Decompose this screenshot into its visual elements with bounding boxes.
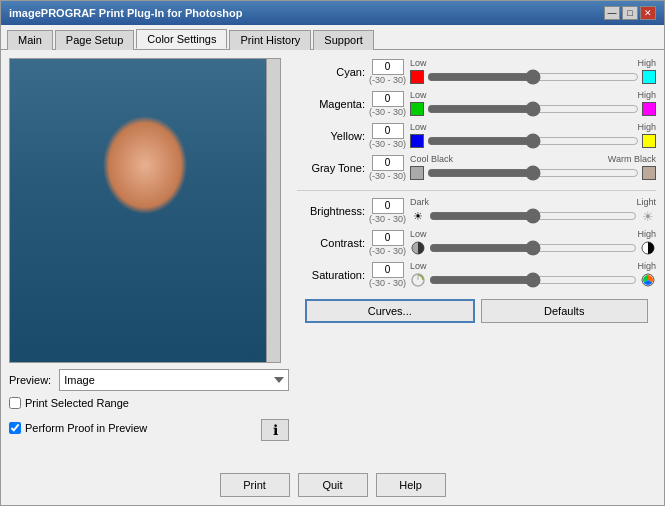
left-panel: Preview: Image None Print Selected Range…: [9, 58, 289, 459]
contrast-high-label: High: [637, 229, 656, 239]
print-selected-range-row: Print Selected Range: [9, 397, 289, 409]
cyan-slider[interactable]: [427, 69, 639, 85]
print-button[interactable]: Print: [220, 473, 290, 497]
yellow-slider[interactable]: [427, 133, 639, 149]
quit-button[interactable]: Quit: [298, 473, 368, 497]
brightness-light-icon: ☀: [640, 209, 656, 223]
contrast-slider-row: [410, 240, 656, 256]
magenta-high-label: High: [637, 90, 656, 100]
content-area: Preview: Image None Print Selected Range…: [1, 50, 664, 467]
magenta-slider-row: [410, 101, 656, 117]
gray-tone-range: (-30 - 30): [369, 171, 406, 181]
magenta-slider[interactable]: [427, 101, 639, 117]
close-button[interactable]: ✕: [640, 6, 656, 20]
yellow-left-color: [410, 134, 424, 148]
yellow-track: Low High: [410, 122, 656, 149]
brightness-labels: Dark Light: [410, 197, 656, 207]
cyan-label: Cyan:: [297, 66, 365, 78]
tab-page-setup[interactable]: Page Setup: [55, 30, 135, 50]
tab-color-settings[interactable]: Color Settings: [136, 29, 227, 49]
cyan-labels: Low High: [410, 58, 656, 68]
gray-tone-slider[interactable]: [427, 165, 639, 181]
saturation-range: (-30 - 30): [369, 278, 406, 288]
print-selected-range-checkbox[interactable]: [9, 397, 21, 409]
saturation-track: Low High: [410, 261, 656, 288]
saturation-input[interactable]: [372, 262, 404, 278]
contrast-low-icon: [410, 241, 426, 255]
magenta-right-color: [642, 102, 656, 116]
brightness-input[interactable]: [372, 198, 404, 214]
brightness-high-label: Light: [636, 197, 656, 207]
magenta-range: (-30 - 30): [369, 107, 406, 117]
magenta-row-group: Magenta: (-30 - 30) Low High: [297, 90, 656, 119]
saturation-high-icon: [640, 273, 656, 287]
cyan-row: Cyan: (-30 - 30) Low High: [297, 58, 656, 85]
brightness-slider-row: ☀ ☀: [410, 208, 656, 224]
preview-label: Preview:: [9, 374, 51, 386]
saturation-slider[interactable]: [429, 272, 637, 288]
yellow-row-group: Yellow: (-30 - 30) Low High: [297, 122, 656, 151]
magenta-track: Low High: [410, 90, 656, 117]
perform-proof-checkbox[interactable]: [9, 422, 21, 434]
cyan-low-label: Low: [410, 58, 427, 68]
gray-tone-slider-row: [410, 165, 656, 181]
gray-tone-label: Gray Tone:: [297, 162, 365, 174]
brightness-row-group: Brightness: (-30 - 30) Dark Light ☀: [297, 197, 656, 226]
saturation-row-group: Saturation: (-30 - 30) Low High: [297, 261, 656, 290]
magenta-labels: Low High: [410, 90, 656, 100]
saturation-label: Saturation:: [297, 269, 365, 281]
brightness-low-label: Dark: [410, 197, 429, 207]
curves-button[interactable]: Curves...: [305, 299, 475, 323]
magenta-input[interactable]: [372, 91, 404, 107]
brightness-label: Brightness:: [297, 205, 365, 217]
contrast-track: Low High: [410, 229, 656, 256]
yellow-low-label: Low: [410, 122, 427, 132]
magenta-low-label: Low: [410, 90, 427, 100]
contrast-input[interactable]: [372, 230, 404, 246]
brightness-row: Brightness: (-30 - 30) Dark Light ☀: [297, 197, 656, 224]
cyan-input[interactable]: [372, 59, 404, 75]
window-title: imagePROGRAF Print Plug-In for Photoshop: [9, 7, 242, 19]
brightness-track: Dark Light ☀ ☀: [410, 197, 656, 224]
saturation-low-icon: [410, 273, 426, 287]
saturation-row: Saturation: (-30 - 30) Low High: [297, 261, 656, 288]
image-scrollbar[interactable]: [266, 59, 280, 362]
tab-print-history[interactable]: Print History: [229, 30, 311, 50]
footer-buttons: Print Quit Help: [1, 467, 664, 505]
preview-select[interactable]: Image None: [59, 369, 289, 391]
saturation-slider-row: [410, 272, 656, 288]
cyan-spinner: (-30 - 30): [369, 59, 406, 85]
cyan-range: (-30 - 30): [369, 75, 406, 85]
gray-tone-input[interactable]: [372, 155, 404, 171]
gray-tone-row-group: Gray Tone: (-30 - 30) Cool Black Warm Bl…: [297, 154, 656, 183]
contrast-slider[interactable]: [429, 240, 637, 256]
maximize-button[interactable]: □: [622, 6, 638, 20]
yellow-label: Yellow:: [297, 130, 365, 142]
yellow-high-label: High: [637, 122, 656, 132]
saturation-labels: Low High: [410, 261, 656, 271]
saturation-spinner: (-30 - 30): [369, 262, 406, 288]
preview-image-container: [9, 58, 281, 363]
gray-tone-left-color: [410, 166, 424, 180]
brightness-slider[interactable]: [429, 208, 637, 224]
brightness-range: (-30 - 30): [369, 214, 406, 224]
cyan-track: Low High: [410, 58, 656, 85]
yellow-input[interactable]: [372, 123, 404, 139]
help-icon-button[interactable]: ℹ: [261, 419, 289, 441]
yellow-row: Yellow: (-30 - 30) Low High: [297, 122, 656, 149]
divider-1: [297, 190, 656, 191]
tabs-bar: Main Page Setup Color Settings Print His…: [1, 25, 664, 50]
minimize-button[interactable]: —: [604, 6, 620, 20]
preview-image: [10, 59, 280, 362]
help-button[interactable]: Help: [376, 473, 446, 497]
curves-defaults-row: Curves... Defaults: [297, 293, 656, 329]
tab-main[interactable]: Main: [7, 30, 53, 50]
yellow-right-color: [642, 134, 656, 148]
defaults-button[interactable]: Defaults: [481, 299, 649, 323]
cyan-right-color: [642, 70, 656, 84]
tab-support[interactable]: Support: [313, 30, 374, 50]
magenta-label: Magenta:: [297, 98, 365, 110]
contrast-spinner: (-30 - 30): [369, 230, 406, 256]
magenta-left-color: [410, 102, 424, 116]
perform-proof-row: Perform Proof in Preview ℹ: [9, 415, 289, 441]
